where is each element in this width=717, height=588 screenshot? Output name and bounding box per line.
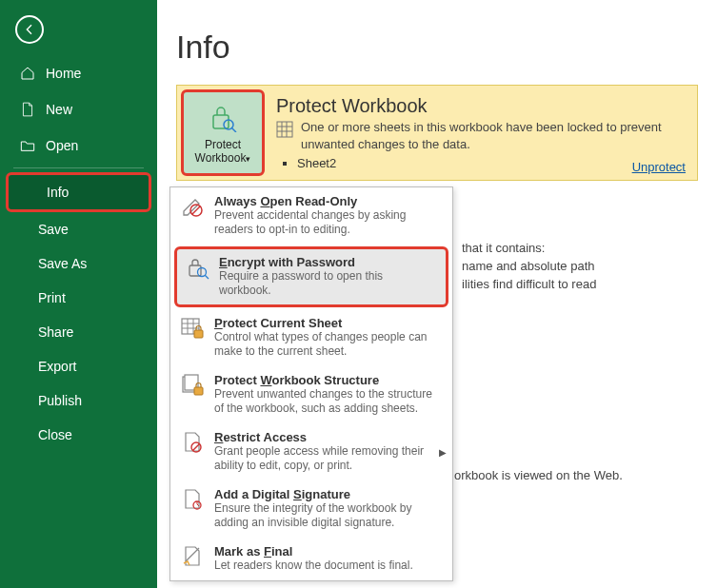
menu-title: Mark as Final	[214, 544, 443, 559]
readonly-icon	[180, 194, 205, 219]
nav-new[interactable]: New	[0, 91, 157, 127]
menu-protect-current-sheet[interactable]: Protect Current Sheet Control what types…	[170, 309, 452, 366]
bg-inspect-line3: ilities find difficult to read	[462, 275, 596, 294]
page-title: Info	[176, 29, 698, 66]
menu-title: Encrypt with Password	[219, 255, 438, 269]
menu-desc: Require a password to open this workbook…	[219, 269, 438, 298]
protect-workbook-button[interactable]: Protect Workbook▾	[181, 89, 265, 176]
lock-key-icon	[206, 102, 240, 135]
svg-line-2	[231, 127, 236, 132]
protect-title: Protect Workbook	[276, 95, 686, 117]
svg-rect-0	[213, 115, 229, 128]
menu-desc: Let readers know the document is final.	[214, 559, 443, 573]
nav-info-label: Info	[47, 185, 69, 200]
menu-title: Always Open Read-Only	[214, 194, 443, 208]
bg-inspect-line2: name and absolute path	[462, 257, 595, 276]
nav-home[interactable]: Home	[0, 55, 157, 91]
nav-save-as-label: Save As	[38, 256, 87, 271]
menu-desc: Prevent unwanted changes to the structur…	[214, 387, 443, 416]
nav-export-label: Export	[38, 359, 76, 374]
svg-rect-18	[194, 330, 203, 338]
menu-desc: Prevent accidental changes by asking rea…	[214, 208, 443, 237]
locked-sheet-item: Sheet2	[297, 156, 686, 170]
menu-title: Protect Workbook Structure	[214, 373, 443, 387]
locked-sheet-list: Sheet2	[297, 156, 686, 170]
menu-desc: Ensure the integrity of the workbook by …	[214, 501, 443, 530]
chevron-right-icon: ▶	[439, 447, 447, 458]
nav-open[interactable]: Open	[0, 127, 157, 164]
menu-restrict-access[interactable]: Restrict Access Grant people access whil…	[170, 423, 452, 480]
sheet-icon	[276, 121, 293, 138]
sheet-lock-icon	[180, 316, 205, 341]
nav-publish[interactable]: Publish	[0, 383, 157, 418]
nav-info[interactable]: Info	[6, 172, 151, 212]
workbook-lock-icon	[180, 373, 205, 398]
signature-icon	[180, 487, 205, 512]
folder-open-icon	[19, 137, 36, 154]
menu-title: Add a Digital Signature	[214, 487, 443, 501]
bg-browser-line: orkbook is viewed on the Web.	[454, 466, 623, 485]
menu-title: Protect Current Sheet	[214, 316, 443, 330]
nav-close[interactable]: Close	[0, 418, 157, 452]
menu-title: Restrict Access	[214, 430, 443, 444]
nav-close-label: Close	[38, 427, 72, 442]
lock-key-icon	[185, 255, 209, 280]
back-button[interactable]	[15, 15, 44, 44]
menu-encrypt-with-password[interactable]: Encrypt with Password Require a password…	[174, 246, 448, 307]
menu-mark-as-final[interactable]: Mark as Final Let readers know the docum…	[170, 538, 452, 580]
nav-save-label: Save	[38, 222, 69, 237]
unprotect-link[interactable]: Unprotect	[632, 160, 686, 174]
nav-separator	[13, 167, 144, 168]
protect-desc: One or more sheets in this workbook have…	[301, 119, 686, 152]
file-icon	[19, 101, 36, 118]
nav-print[interactable]: Print	[0, 281, 157, 315]
nav-new-label: New	[46, 102, 72, 117]
nav-open-label: Open	[46, 138, 78, 153]
final-icon	[180, 544, 205, 569]
nav-publish-label: Publish	[38, 393, 82, 408]
svg-line-9	[192, 206, 200, 214]
svg-rect-21	[194, 387, 203, 395]
menu-desc: Grant people access while removing their…	[214, 444, 443, 473]
bg-inspect-line1: that it contains:	[462, 239, 545, 258]
svg-line-12	[205, 275, 209, 279]
protect-workbook-section: Protect Workbook▾ Protect Workbook One o…	[176, 85, 698, 181]
backstage-sidebar: Home New Open Info Save Save As Print Sh…	[0, 0, 157, 588]
protect-btn-label: Protect Workbook▾	[195, 139, 251, 166]
menu-always-open-readonly[interactable]: Always Open Read-Only Prevent accidental…	[170, 187, 452, 245]
nav-print-label: Print	[38, 290, 66, 305]
svg-rect-10	[189, 265, 201, 276]
nav-save-as[interactable]: Save As	[0, 246, 157, 281]
home-icon	[19, 65, 36, 82]
menu-add-digital-signature[interactable]: Add a Digital Signature Ensure the integ…	[170, 480, 452, 538]
protect-workbook-menu: Always Open Read-Only Prevent accidental…	[169, 186, 453, 581]
nav-share-label: Share	[38, 324, 73, 340]
nav-share[interactable]: Share	[0, 315, 157, 349]
menu-desc: Control what types of changes people can…	[214, 330, 443, 359]
nav-save[interactable]: Save	[0, 212, 157, 246]
nav-export[interactable]: Export	[0, 349, 157, 383]
svg-rect-3	[277, 122, 292, 137]
nav-home-label: Home	[46, 66, 81, 81]
menu-protect-workbook-structure[interactable]: Protect Workbook Structure Prevent unwan…	[170, 366, 452, 423]
restrict-icon	[180, 430, 205, 455]
